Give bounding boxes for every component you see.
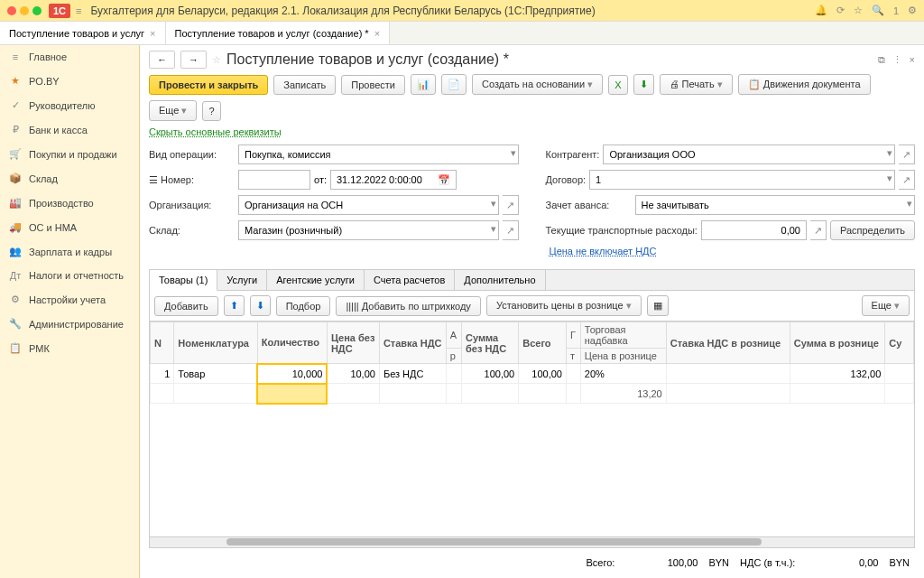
vat-curr: BYN: [889, 557, 910, 568]
sidebar-item-production[interactable]: 🏭Производство: [0, 191, 139, 215]
sidebar-item-main[interactable]: ≡Главное: [0, 45, 139, 69]
add-row-button[interactable]: Добавить: [154, 296, 218, 316]
sidebar-item-bank[interactable]: ₽Банк и касса: [0, 117, 139, 142]
sidebar-item-poby[interactable]: ★PO.BY: [0, 69, 139, 93]
contract-select[interactable]: 1▾: [589, 170, 895, 190]
doc-tab-1[interactable]: Поступление товаров и услуг ×: [0, 22, 166, 44]
open-contract-icon[interactable]: ↗: [899, 170, 915, 190]
col-vat[interactable]: Ставка НДС: [379, 322, 446, 364]
price-vat-link[interactable]: Цена не включает НДС: [550, 246, 657, 256]
link-icon[interactable]: ⧉: [878, 54, 885, 66]
distribute-button[interactable]: Распределить: [830, 220, 915, 240]
search-icon[interactable]: 🔍: [872, 5, 884, 16]
traffic-min[interactable]: [20, 6, 29, 15]
op-select[interactable]: Покупка, комиссия▾: [238, 144, 519, 164]
col-retail-sum[interactable]: Сумма в рознице: [790, 322, 884, 364]
tab-additional[interactable]: Дополнительно: [455, 270, 545, 290]
close-page-icon[interactable]: ×: [910, 54, 915, 66]
star-icon[interactable]: ☆: [854, 5, 863, 16]
more-menu-icon[interactable]: ⋮: [892, 54, 902, 66]
hide-main-link[interactable]: Скрыть основные реквизиты: [149, 126, 282, 137]
total-label: Всего:: [587, 557, 615, 568]
horizontal-scrollbar[interactable]: [149, 537, 915, 548]
open-transport-icon[interactable]: ↗: [810, 220, 827, 240]
help-button[interactable]: ?: [202, 101, 220, 121]
sidebar-item-manager[interactable]: ✓Руководителю: [0, 93, 139, 117]
sidebar-item-warehouse[interactable]: 📦Склад: [0, 166, 139, 191]
sidebar-item-tax[interactable]: ДтНалоги и отчетность: [0, 264, 139, 287]
advance-select[interactable]: Не зачитывать▾: [635, 195, 916, 215]
col-markup[interactable]: Торговая надбавка: [580, 322, 666, 349]
contract-label: Договор:: [546, 174, 587, 185]
col-price[interactable]: Цена без НДС: [327, 322, 379, 364]
export-icon-button[interactable]: ⬇: [633, 74, 654, 95]
open-wh-icon[interactable]: ↗: [503, 220, 519, 240]
table-row-sub[interactable]: 13,20: [151, 384, 914, 404]
tab-services[interactable]: Услуги: [217, 270, 267, 290]
more-button[interactable]: Еще: [149, 100, 197, 121]
num-input[interactable]: [238, 170, 310, 190]
sidebar-item-settings[interactable]: ⚙Настройки учета: [0, 287, 139, 312]
qty-cell-editing[interactable]: 10,000: [257, 364, 327, 384]
sidebar-item-sales[interactable]: 🛒Покупки и продажи: [0, 142, 139, 166]
col-a[interactable]: А: [446, 322, 461, 349]
calendar-icon[interactable]: 📅: [438, 174, 450, 186]
retail-prices-button[interactable]: Установить цены в рознице: [486, 295, 642, 316]
col-n[interactable]: N: [151, 322, 174, 364]
counterparty-select[interactable]: Организация ООО▾: [603, 144, 895, 164]
menu-icon[interactable]: ≡: [76, 5, 81, 16]
date-input[interactable]: 31.12.2022 0:00:00📅: [330, 170, 457, 190]
total-curr: BYN: [708, 557, 729, 568]
history-icon[interactable]: ⟳: [836, 5, 845, 16]
close-icon[interactable]: ×: [374, 28, 380, 39]
sidebar-item-assets[interactable]: 🚚ОС и НМА: [0, 215, 139, 239]
col-total[interactable]: Всего: [519, 322, 567, 364]
sidebar-item-admin[interactable]: 🔧Администрирование: [0, 312, 139, 336]
table-row[interactable]: 1 Товар 10,000 10,00 Без НДС 100,00 100,…: [151, 364, 914, 384]
close-icon[interactable]: ×: [150, 28, 155, 39]
post-close-button[interactable]: Провести и закрыть: [149, 75, 268, 95]
sidebar-item-payroll[interactable]: 👥Зарплата и кадры: [0, 239, 139, 264]
row-down-button[interactable]: ⬇: [250, 295, 271, 316]
tab-accounts[interactable]: Счета расчетов: [365, 270, 455, 290]
doc-tab-2[interactable]: Поступление товаров и услуг (создание) *…: [166, 22, 391, 44]
settings-icon[interactable]: ⚙: [908, 5, 917, 16]
col-g[interactable]: Г: [566, 322, 580, 349]
tab-label: Поступление товаров и услуг: [9, 28, 144, 39]
tab-agent[interactable]: Агентские услуги: [267, 270, 365, 290]
org-select[interactable]: Организация на ОСН▾: [238, 195, 499, 215]
col-sum[interactable]: Сумма без НДС: [461, 322, 518, 364]
based-on-button[interactable]: Создать на основании: [472, 74, 603, 95]
wh-select[interactable]: Магазин (розничный)▾: [238, 220, 499, 240]
doc-icon-button[interactable]: 📄: [441, 74, 467, 95]
favorite-icon[interactable]: ☆: [212, 54, 221, 66]
counterparty-label: Контрагент:: [546, 149, 600, 160]
dkt-icon-button[interactable]: 📊: [411, 74, 436, 95]
sidebar-item-rmk[interactable]: 📋РМК: [0, 336, 139, 360]
col-retail-vat[interactable]: Ставка НДС в рознице: [666, 322, 790, 364]
nav-back[interactable]: ←: [149, 51, 175, 69]
money-icon: ₽: [9, 124, 22, 135]
col-qty[interactable]: Количество: [257, 322, 327, 364]
print-button[interactable]: 🖨 Печать: [660, 74, 733, 95]
excel-icon-button[interactable]: X: [608, 75, 627, 95]
cols-button[interactable]: ▦: [647, 295, 669, 316]
col-item[interactable]: Номенклатура: [174, 322, 257, 364]
traffic-close[interactable]: [7, 6, 16, 15]
open-org-icon[interactable]: ↗: [503, 195, 519, 215]
total-sum: 100,00: [625, 557, 698, 568]
bell-icon[interactable]: 🔔: [815, 5, 827, 16]
nav-fwd[interactable]: →: [180, 51, 207, 69]
open-counterparty-icon[interactable]: ↗: [899, 144, 915, 164]
write-button[interactable]: Записать: [273, 75, 336, 95]
transport-input[interactable]: 0,00: [701, 220, 807, 240]
movements-button[interactable]: 📋 Движения документа: [738, 74, 871, 95]
col-su[interactable]: Су: [885, 322, 914, 364]
post-button[interactable]: Провести: [341, 75, 405, 95]
table-more-button[interactable]: Еще: [862, 295, 910, 316]
row-up-button[interactable]: ⬆: [224, 295, 245, 316]
traffic-max[interactable]: [32, 6, 42, 15]
pick-button[interactable]: Подбор: [276, 296, 331, 316]
barcode-button[interactable]: ||||| Добавить по штрихкоду: [336, 296, 481, 316]
tab-goods[interactable]: Товары (1): [150, 270, 217, 291]
